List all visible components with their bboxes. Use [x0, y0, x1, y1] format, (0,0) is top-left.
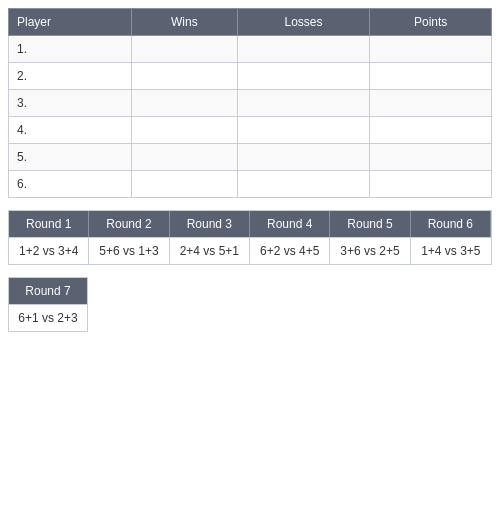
round5-header: Round 5 — [330, 211, 410, 237]
losses-cell — [237, 36, 370, 63]
round2-matchup: 5+6 vs 1+3 — [89, 237, 169, 264]
points-cell — [370, 90, 492, 117]
wins-cell — [132, 171, 237, 198]
points-cell — [370, 117, 492, 144]
points-column-header: Points — [370, 9, 492, 36]
round7-block: Round 7 6+1 vs 2+3 — [8, 277, 88, 332]
wins-cell — [132, 63, 237, 90]
round1-matchup: 1+2 vs 3+4 — [9, 237, 89, 264]
table-row: 1. — [9, 36, 492, 63]
table-row: 3. — [9, 90, 492, 117]
rounds-grid: Round 1 Round 2 Round 3 Round 4 Round 5 … — [8, 210, 492, 265]
points-cell — [370, 171, 492, 198]
table-row: 5. — [9, 144, 492, 171]
player-rank: 5. — [9, 144, 132, 171]
round1-header: Round 1 — [9, 211, 89, 237]
round2-header: Round 2 — [89, 211, 169, 237]
player-rank: 1. — [9, 36, 132, 63]
wins-cell — [132, 36, 237, 63]
losses-column-header: Losses — [237, 9, 370, 36]
table-row: 2. — [9, 63, 492, 90]
losses-cell — [237, 144, 370, 171]
table-row: 6. — [9, 171, 492, 198]
wins-column-header: Wins — [132, 9, 237, 36]
player-rank: 4. — [9, 117, 132, 144]
round3-matchup: 2+4 vs 5+1 — [170, 237, 250, 264]
standings-table: Player Wins Losses Points 1. 2. 3. 4. — [8, 8, 492, 198]
player-rank: 3. — [9, 90, 132, 117]
round6-header: Round 6 — [411, 211, 491, 237]
losses-cell — [237, 171, 370, 198]
round7-matchup: 6+1 vs 2+3 — [9, 304, 87, 331]
round4-header: Round 4 — [250, 211, 330, 237]
round6-matchup: 1+4 vs 3+5 — [411, 237, 491, 264]
losses-cell — [237, 90, 370, 117]
points-cell — [370, 63, 492, 90]
round3-header: Round 3 — [170, 211, 250, 237]
round5-matchup: 3+6 vs 2+5 — [330, 237, 410, 264]
round4-matchup: 6+2 vs 4+5 — [250, 237, 330, 264]
wins-cell — [132, 90, 237, 117]
player-rank: 6. — [9, 171, 132, 198]
points-cell — [370, 144, 492, 171]
losses-cell — [237, 117, 370, 144]
round7-header: Round 7 — [9, 278, 87, 304]
player-rank: 2. — [9, 63, 132, 90]
table-row: 4. — [9, 117, 492, 144]
wins-cell — [132, 117, 237, 144]
wins-cell — [132, 144, 237, 171]
player-column-header: Player — [9, 9, 132, 36]
points-cell — [370, 36, 492, 63]
losses-cell — [237, 63, 370, 90]
